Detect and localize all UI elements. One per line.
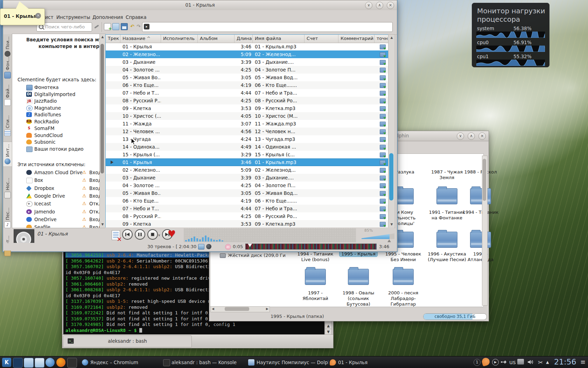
source-item[interactable]: ▸Jamendo⚠Отключ <box>12 209 100 216</box>
maximize-icon[interactable]: ∧ <box>376 2 383 9</box>
keyboard-layout-indicator[interactable]: us <box>509 359 516 366</box>
clock[interactable]: 21:56 <box>554 357 576 366</box>
playlist-row[interactable]: 08 - Русский Р...4:2508 - Русский Ро... <box>106 97 388 104</box>
display-icon[interactable] <box>198 244 204 250</box>
source-item[interactable]: Amazon Cloud Drive⚠Вход н <box>12 169 100 176</box>
volume-icon[interactable] <box>527 359 534 367</box>
playlist-row[interactable]: 01 - Крылья3:4601 - Крылья.mp3 <box>106 43 388 50</box>
playlist-row[interactable]: 04 - Золотое ...4:2504 - Золотое П... <box>106 66 388 74</box>
minimize-icon[interactable]: ∨ <box>365 2 372 9</box>
spectrum-analyzer[interactable] <box>184 228 356 242</box>
menu-item-5[interactable]: Справка <box>126 14 146 20</box>
folder-icon[interactable] <box>393 269 414 285</box>
playlist-row[interactable]: 05 - Живая Во...3:0505 - Живая Вод... <box>106 74 388 81</box>
menu-item-4[interactable]: Дополнения <box>92 14 123 20</box>
close-icon[interactable]: ✕ <box>35 13 41 19</box>
maximize-icon[interactable]: ∧ <box>468 132 475 140</box>
source-item[interactable]: OneDrive⚠Вход н <box>12 216 100 223</box>
monitor-icon[interactable] <box>13 358 23 368</box>
source-item[interactable]: ♪RadioTunes <box>12 111 100 118</box>
scroll-down-icon[interactable]: ▼ <box>100 223 105 226</box>
source-item[interactable]: JRJazzRadio <box>12 98 100 105</box>
folder-label[interactable]: 1995 - Крылья <box>337 251 379 257</box>
column-header-6[interactable]: Имя файла <box>253 35 304 43</box>
undo-icon[interactable]: ↶ <box>129 23 135 29</box>
playlist-row[interactable]: 07 - Небо и Т...4:4407 - Небо и Тра... <box>106 205 388 212</box>
dolphin-vscrollbar[interactable] <box>482 156 488 306</box>
column-header-1[interactable]: Трек <box>106 35 120 43</box>
playlist-row[interactable]: 04 - Золотое ...4:2504 - Золотое П... <box>106 182 388 189</box>
playlist-row[interactable]: 14 - Одинока...4:4914 - Одинокая ... <box>106 143 388 151</box>
document-icon[interactable] <box>35 358 44 368</box>
source-item[interactable]: Seafile⚠Вход <box>12 224 100 228</box>
column-header-4[interactable]: Альбом <box>198 35 234 43</box>
playlist-header[interactable]: ТрекНазвание ^ИсполнительАльбомДлинаИмя … <box>106 35 388 43</box>
folder-label[interactable]: 1994 - Титаник <box>460 210 502 215</box>
playlist-row[interactable]: 05 - Живая Во...3:0505 - Живая Вод... <box>106 189 388 197</box>
playlist-row[interactable]: 13 - Чугада4:2413 - Чугада.mp3 <box>106 135 388 143</box>
clementine-titlebar[interactable]: 01 - Крылья ∨ ∧ × <box>3 0 397 11</box>
kde-menu-icon[interactable]: K <box>2 358 11 367</box>
scroll-up-icon[interactable]: ▲ <box>325 323 331 329</box>
dolphin-hscrollbar[interactable]: ◀ ▶ <box>210 306 270 312</box>
playlist-row[interactable]: 02 - Железно...5:0902 - Железнод... <box>106 166 388 174</box>
playlist-row[interactable]: 01 - Крылья3:4601 - Крылья.mp3 <box>106 158 388 166</box>
minimize-icon[interactable]: ∨ <box>457 132 464 140</box>
folder-icon[interactable] <box>470 232 491 248</box>
panel-menu-icon[interactable]: ≡ <box>580 358 586 366</box>
column-header-2[interactable]: Название ^ <box>120 35 161 43</box>
scroll-down-icon[interactable]: ▼ <box>325 329 331 335</box>
playlist-row[interactable]: 10 - Христос (...4:0510 - Христос (М... <box>106 112 388 120</box>
column-header-8[interactable]: Комментарий <box>338 35 374 43</box>
playlist-row[interactable]: 03 - Дыхание3:3903 - Дыхание.... <box>106 58 388 66</box>
playlist-view[interactable]: ТрекНазвание ^ИсполнительАльбомДлинаИмя … <box>105 34 389 228</box>
notification-badge[interactable]: 1 <box>474 359 481 366</box>
playlist-row[interactable]: 06 - Кто Еще...4:1906 - Кто Еще....... <box>106 81 388 89</box>
sidebar-tab-Фон[interactable]: Фон... <box>3 55 12 81</box>
task-button[interactable]: 01 - Крылья <box>328 357 390 368</box>
sidebar-tab-Пес[interactable]: Пес...♪ <box>3 205 12 230</box>
stop-button[interactable] <box>147 229 158 240</box>
playlist-row[interactable]: 12 - Человек ...4:5612 - Человек н... <box>106 128 388 135</box>
task-button[interactable]: Наутилус Помпилиус — Dolphin <box>247 357 329 368</box>
playlist-row[interactable]: 03 - Дыхание3:3903 - Дыхание.... <box>106 174 388 182</box>
scrobble-icon[interactable]: as <box>225 244 231 250</box>
playlist-row[interactable]: 11 - Жажда3:0711 - Жажда.mp3 <box>106 120 388 128</box>
folder-icon[interactable] <box>436 188 457 204</box>
clear-playlist-icon[interactable] <box>112 230 120 240</box>
source-item[interactable]: RRRockRadio <box>12 118 100 125</box>
playlist-scrollbar[interactable]: ▲ ▼ <box>388 34 395 228</box>
playlist-row[interactable]: 06 - Кто Еще...4:1906 - Кто Еще....... <box>106 197 388 205</box>
playlist-filter-input[interactable]: ▸ <box>142 22 393 32</box>
internet-sidebar[interactable]: Введите условия поиска му компьютере и в… <box>12 34 100 228</box>
source-item[interactable]: Фонотека <box>12 84 100 91</box>
pause-button[interactable] <box>135 229 145 240</box>
folder-icon[interactable] <box>436 232 457 248</box>
folder-label[interactable]: 1997 -Яблокитай <box>294 290 336 301</box>
sidebar-tab-Фай[interactable]: Фай... <box>3 82 12 108</box>
sidebar-scrollbar[interactable]: ▲ ▼ <box>99 34 106 228</box>
folder-label[interactable]: 1994 - ТитаникLive (bonus) <box>294 251 336 263</box>
sidebar-tab-Нос[interactable]: Нос... <box>3 176 12 200</box>
source-item[interactable]: DIDigitallyImported <box>12 91 100 98</box>
task-button[interactable]: aleksandr : bash — Konsole <box>162 357 243 368</box>
volume-slider[interactable] <box>362 233 394 239</box>
close-icon[interactable]: × <box>387 2 394 9</box>
seek-handle[interactable] <box>248 244 252 247</box>
konsole-icon[interactable] <box>67 358 77 368</box>
source-item[interactable]: ◍Magnatune <box>12 105 100 112</box>
scroll-right-icon[interactable]: ▶ <box>266 307 268 311</box>
klipper-scissors-icon[interactable]: ✂ <box>538 359 543 366</box>
chromium-icon[interactable] <box>46 358 55 367</box>
scroll-down-icon[interactable]: ▼ <box>388 223 395 226</box>
printer-icon[interactable] <box>517 359 524 364</box>
column-header-7[interactable]: Счет <box>304 35 338 43</box>
playlist-row[interactable]: 09 - Клетка3:5309 - Клетка.mp3 <box>106 104 388 112</box>
new-playlist-icon[interactable] <box>104 23 111 30</box>
love-track-icon[interactable]: ♥ <box>168 229 176 239</box>
settings-wrench-icon[interactable] <box>93 24 100 29</box>
scroll-up-icon[interactable]: ▲ <box>388 36 395 39</box>
previous-button[interactable] <box>122 229 133 240</box>
close-icon[interactable]: × <box>478 132 486 140</box>
source-item[interactable]: Box⚠Вход н <box>12 177 100 184</box>
